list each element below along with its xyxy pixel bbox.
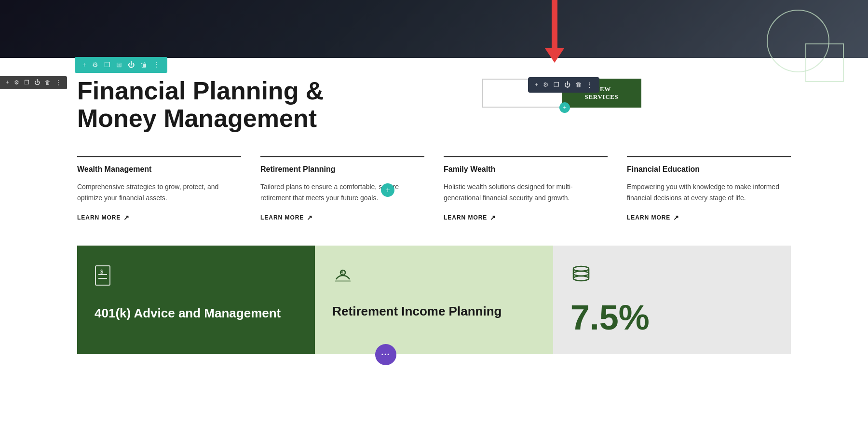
learn-more-arrow-wealth: ↗ [123,214,130,221]
card-icon-retirement-income: $ [332,265,535,290]
ft-dots-icon[interactable]: ⋮ [586,81,593,89]
svg-rect-6 [335,280,351,282]
ft-gear-icon[interactable]: ⚙ [543,81,549,89]
service-card-education: Financial Education Empowering you with … [627,156,791,221]
gear-icon[interactable]: ⚙ [92,61,98,69]
grid-icon[interactable]: ⊞ [116,61,122,69]
main-content: Financial Planning & Money Management + … [0,58,868,440]
second-toolbar: + ⚙ ❐ ⏻ 🗑 ⋮ [0,76,67,89]
service-card-wealth: Wealth Management Comprehensive strategi… [77,156,241,221]
card-title-retirement-income: Retirement Income Planning [332,304,535,319]
learn-more-arrow-family: ↗ [490,214,496,221]
learn-more-education[interactable]: LEARN MORE ↗ [627,214,679,221]
ft-trash-icon[interactable]: 🗑 [575,81,582,89]
service-card-retirement: Retirement Planning Tailored plans to en… [260,156,424,221]
bottom-cards: $ 401(k) Advice and Management $ Retirem… [77,246,791,354]
plus-icon[interactable]: + [82,61,86,69]
add-section-button[interactable]: + [381,183,394,197]
top-toolbar: + ⚙ ❐ ⊞ ⏻ 🗑 ⋮ [75,57,167,73]
arrow-head [545,48,564,63]
service-title-family: Family Wealth [444,165,608,174]
copy-icon-2[interactable]: ❐ [24,79,29,86]
card-icon-401k: $ [95,265,298,292]
svg-text:$: $ [341,270,344,275]
services-grid: Wealth Management Comprehensive strategi… [77,151,791,221]
card-stat-value: 7.5% [570,300,773,335]
svg-point-9 [573,276,589,281]
learn-more-wealth[interactable]: LEARN MORE ↗ [77,214,130,221]
service-title-wealth: Wealth Management [77,165,241,174]
ft-copy-icon[interactable]: ❐ [554,81,559,89]
floating-toolbar: + ⚙ ❐ ⏻ 🗑 ⋮ [528,77,599,93]
service-desc-retirement: Tailored plans to ensure a comfortable, … [260,181,424,203]
ft-plus-icon[interactable]: + [535,81,538,89]
svg-point-8 [573,271,589,276]
learn-more-retirement[interactable]: LEARN MORE ↗ [260,214,313,221]
card-retirement-income: $ Retirement Income Planning [315,246,553,354]
card-icon-stat [570,265,773,287]
service-title-education: Financial Education [627,165,791,174]
dots-icon-2[interactable]: ⋮ [55,79,61,86]
decorative-rect [805,43,844,82]
card-stat: 7.5% [553,246,791,354]
svg-text:$: $ [100,268,103,275]
trash-icon[interactable]: 🗑 [140,61,147,69]
chat-bubble[interactable] [375,344,396,365]
add-block-button-small[interactable]: + [559,102,570,113]
arrow-shaft [552,0,557,48]
power-icon[interactable]: ⏻ [128,61,135,69]
card-title-401k: 401(k) Advice and Management [95,306,298,321]
learn-more-arrow-retirement: ↗ [307,214,313,221]
service-desc-wealth: Comprehensive strategies to grow, protec… [77,181,241,203]
red-arrow [545,0,564,63]
copy-icon[interactable]: ❐ [104,61,110,69]
ft-power-icon[interactable]: ⏻ [564,81,570,89]
learn-more-family[interactable]: LEARN MORE ↗ [444,214,496,221]
learn-more-arrow-education: ↗ [673,214,679,221]
power-icon-2[interactable]: ⏻ [34,79,40,86]
service-desc-education: Empowering you with knowledge to make in… [627,181,791,203]
plus-icon-2[interactable]: + [6,79,9,86]
dots-icon[interactable]: ⋮ [153,61,160,69]
card-401k: $ 401(k) Advice and Management [77,246,315,354]
trash-icon-2[interactable]: 🗑 [45,79,51,86]
service-title-retirement: Retirement Planning [260,165,424,174]
service-desc-family: Holistic wealth solutions designed for m… [444,181,608,203]
service-card-family: Family Wealth Holistic wealth solutions … [444,156,608,221]
gear-icon-2[interactable]: ⚙ [14,79,19,86]
page-title: Financial Planning & Money Management [77,77,342,132]
svg-point-7 [573,266,589,271]
